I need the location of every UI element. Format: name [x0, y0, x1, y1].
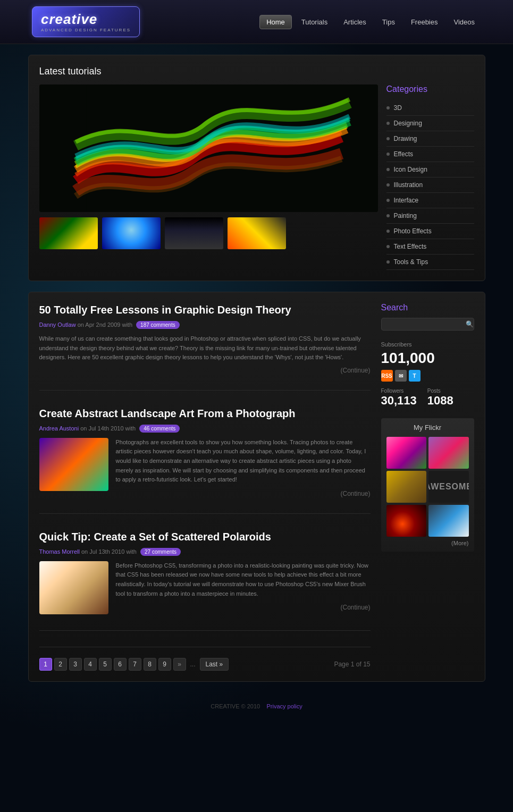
page-btn-5[interactable]: 5 [99, 658, 112, 671]
post-2-thumbnail[interactable] [39, 438, 108, 491]
page-btn-7[interactable]: 7 [129, 658, 141, 671]
nav-articles[interactable]: Articles [337, 15, 373, 29]
post-3: Quick Tip: Create a Set of Scattered Pol… [39, 530, 371, 631]
cat-dot [386, 199, 390, 202]
page-next-btn[interactable]: » [173, 658, 186, 671]
page-btn-6[interactable]: 6 [114, 658, 127, 671]
page-last-btn[interactable]: Last » [200, 658, 229, 671]
flickr-item-5[interactable] [386, 505, 427, 537]
flickr-item-3[interactable] [386, 471, 427, 503]
post-2-comments[interactable]: 46 comments [139, 425, 180, 433]
page-btn-1[interactable]: 1 [39, 658, 52, 671]
copyright: CREATIVE © 2010 [211, 703, 260, 709]
post-3-author[interactable]: Thomas Morrell [39, 548, 81, 555]
post-1-author[interactable]: Danny Outlaw [39, 322, 78, 328]
cat-interface[interactable]: Interface [386, 193, 474, 208]
tut-content: Categories 3D Designing Drawing [39, 84, 474, 270]
flickr-item-4[interactable]: AWESOME [428, 471, 469, 503]
cat-dot [386, 214, 390, 217]
rss-icon[interactable]: RSS [381, 370, 393, 382]
content-section: 50 Totally Free Lessons in Graphic Desig… [28, 292, 485, 682]
post-1-comments[interactable]: 187 comments [136, 321, 180, 329]
post-2-body: Photographs are excellent tools to show … [39, 438, 371, 497]
post-2-continue[interactable]: (Continue) [116, 490, 371, 497]
post-3-title[interactable]: Quick Tip: Create a Set of Scattered Pol… [39, 530, 371, 544]
page-nav: 1 2 3 4 5 6 7 8 9 » ... Last » [39, 658, 229, 671]
page-btn-8[interactable]: 8 [144, 658, 156, 671]
nav-freebies[interactable]: Freebies [405, 15, 444, 29]
email-icon[interactable]: ✉ [395, 370, 407, 382]
thumb-4[interactable] [228, 217, 286, 249]
featured-image[interactable] [39, 84, 378, 212]
thumb-2[interactable] [102, 217, 161, 249]
flickr-grid: AWESOME [386, 437, 469, 537]
post-3-body: Before Photoshop CS5, transforming a pho… [39, 561, 371, 614]
flickr-item-1[interactable] [386, 437, 427, 469]
post-3-comments[interactable]: 27 comments [140, 548, 181, 556]
twitter-icon[interactable]: T [409, 370, 421, 382]
post-1-continue[interactable]: (Continue) [39, 367, 371, 374]
posts-label: Posts [427, 388, 453, 394]
thumb-3[interactable] [165, 217, 223, 249]
flickr-more-link[interactable]: (More) [386, 540, 469, 546]
cat-icon-design[interactable]: Icon Design [386, 162, 474, 177]
search-heading: Search [381, 303, 474, 312]
flickr-item-2[interactable] [428, 437, 469, 469]
followers-label: Followers [381, 388, 417, 394]
page-btn-2[interactable]: 2 [54, 658, 67, 671]
cat-dot [386, 183, 390, 187]
post-1-meta: Danny Outlaw on Apr 2nd 2009 with 187 co… [39, 321, 371, 329]
post-3-date: Jul 13th 2010 [89, 548, 124, 555]
nav-tutorials[interactable]: Tutorials [295, 15, 334, 29]
cat-effects[interactable]: Effects [386, 147, 474, 162]
logo[interactable]: creative advanced design features [32, 6, 140, 37]
cat-painting[interactable]: Painting [386, 208, 474, 224]
cat-illustration[interactable]: Illustration [386, 177, 474, 193]
post-2-date: Jul 14th 2010 [88, 425, 123, 432]
nav-tips[interactable]: Tips [376, 15, 401, 29]
page-btn-3[interactable]: 3 [69, 658, 82, 671]
cat-designing[interactable]: Designing [386, 116, 474, 131]
flickr-awesome-text: AWESOME [428, 482, 469, 492]
cat-dot [386, 260, 390, 264]
flickr-heading: My Flickr [386, 424, 469, 432]
cat-drawing[interactable]: Drawing [386, 131, 474, 147]
cat-dot [386, 245, 390, 248]
cat-dot [386, 122, 390, 125]
cat-3d[interactable]: 3D [386, 100, 474, 116]
page-btn-9[interactable]: 9 [158, 658, 171, 671]
privacy-policy-link[interactable]: Privacy policy [266, 703, 302, 709]
post-1-excerpt: While many of us can create something th… [39, 334, 371, 362]
cat-dot [386, 168, 390, 171]
cat-photo-effects[interactable]: Photo Effects [386, 224, 474, 239]
posts-stat: Posts 1088 [427, 388, 453, 408]
post-1: 50 Totally Free Lessons in Graphic Desig… [39, 303, 371, 391]
post-1-title[interactable]: 50 Totally Free Lessons in Graphic Desig… [39, 303, 371, 317]
header: creative advanced design features Home T… [0, 0, 513, 44]
cat-tools-tips[interactable]: Tools & Tips [386, 255, 474, 270]
page-btn-4[interactable]: 4 [84, 658, 97, 671]
categories-list[interactable]: 3D Designing Drawing Effects [386, 100, 474, 270]
post-3-excerpt: Before Photoshop CS5, transforming a pho… [116, 561, 371, 598]
wave-art [39, 84, 378, 212]
flickr-item-6[interactable] [428, 505, 469, 537]
nav-home[interactable]: Home [259, 15, 292, 29]
post-3-meta: Thomas Morrell on Jul 13th 2010 with 27 … [39, 548, 371, 556]
thumb-1[interactable] [39, 217, 98, 249]
search-input[interactable] [386, 320, 466, 328]
nav-videos[interactable]: Videos [447, 15, 481, 29]
cat-text-effects[interactable]: Text Effects [386, 239, 474, 255]
logo-text: creative [41, 11, 131, 28]
post-2-meta: Andrea Austoni on Jul 14th 2010 with 46 … [39, 425, 371, 433]
subscribers-box: Subscribers 101,000 RSS ✉ T Followers 30… [381, 341, 474, 408]
main-wrap: Latest tutorials [28, 55, 485, 682]
followers-count: 30,113 [381, 394, 417, 408]
post-3-continue[interactable]: (Continue) [116, 604, 371, 611]
post-2-author[interactable]: Andrea Austoni [39, 425, 81, 432]
post-1-date: Apr 2nd 2009 [85, 322, 120, 328]
logo-tagline: advanced design features [41, 28, 131, 32]
cat-dot [386, 106, 390, 109]
post-2-title[interactable]: Create Abstract Landscape Art From a Pho… [39, 407, 371, 420]
post-3-thumbnail[interactable] [39, 561, 108, 614]
post-2-text-area: Photographs are excellent tools to show … [116, 438, 371, 497]
